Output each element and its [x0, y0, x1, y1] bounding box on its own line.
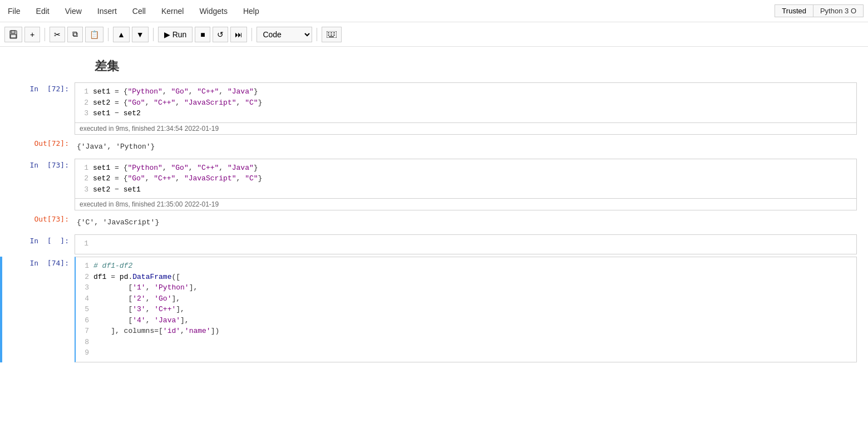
svg-rect-4	[328, 32, 329, 33]
cell-73-executed: executed in 8ms, finished 21:35:00 2022-…	[75, 198, 856, 210]
save-button[interactable]	[4, 27, 22, 42]
code-line: 7 ], columns=['id','name'])	[78, 326, 854, 337]
paste-button[interactable]: 📋	[85, 27, 103, 42]
cell-73-in-label: In [73]:	[2, 159, 75, 211]
cell-74-content[interactable]: 1 # df1-df2 2 df1 = pd.DataFrame([ 3 ['1…	[75, 257, 857, 362]
svg-rect-5	[331, 32, 332, 33]
cell-72-in-label: In [72]:	[2, 82, 75, 135]
separator-1	[45, 28, 45, 41]
topbar-right: Trusted Python 3 O	[775, 4, 864, 17]
svg-rect-6	[333, 32, 335, 33]
restart-run-button[interactable]: ⏭	[230, 27, 247, 42]
cell-72-code[interactable]: 1 set1 = {"Python", "Go", "C++", "Java"}…	[75, 83, 856, 122]
svg-rect-1	[11, 31, 15, 33]
kernel-status: Python 3 O	[813, 4, 864, 17]
cell-73-output: Out[73]: {'C', 'JavaScript'}	[0, 213, 868, 232]
save-icon	[9, 30, 18, 39]
cell-72-input: In [72]: 1 set1 = {"Python", "Go", "C++"…	[0, 82, 868, 135]
cell-72-content[interactable]: 1 set1 = {"Python", "Go", "C++", "Java"}…	[75, 82, 857, 135]
cell-74-input: In [74]: 1 # df1-df2 2 df1 = pd.DataFram…	[0, 257, 868, 362]
menu-widgets[interactable]: Widgets	[196, 6, 231, 17]
cell-73-out-label: Out[73]:	[2, 213, 75, 232]
menu-help[interactable]: Help	[240, 6, 263, 17]
code-line: 1 set1 = {"Python", "Go", "C++", "Java"}	[77, 163, 854, 174]
stop-button[interactable]: ■	[195, 27, 210, 42]
svg-rect-10	[329, 36, 334, 37]
notebook: 差集 In [72]: 1 set1 = {"Python", "Go", "C…	[0, 47, 868, 437]
trusted-button[interactable]: Trusted	[775, 4, 813, 17]
cell-72-out-text: {'Java', 'Python'}	[75, 139, 157, 154]
svg-rect-8	[331, 35, 332, 36]
separator-3	[153, 28, 154, 41]
code-line: 3 set1 − set2	[77, 108, 854, 119]
cell-73-out-text: {'C', 'JavaScript'}	[75, 215, 161, 230]
keyboard-button[interactable]	[322, 27, 342, 42]
menu-edit[interactable]: Edit	[33, 6, 53, 17]
restart-button[interactable]: ↺	[213, 27, 228, 42]
toolbar: + ✂ ⧉ 📋 ▲ ▼ ▶ Run ■ ↺ ⏭ Code Markdown Ra…	[0, 22, 868, 47]
cell-empty-in-label: In [ ]:	[2, 234, 75, 254]
cell-72-executed: executed in 9ms, finished 21:34:54 2022-…	[75, 122, 856, 134]
cell-73-content[interactable]: 1 set1 = {"Python", "Go", "C++", "Java"}…	[75, 159, 857, 211]
separator-5	[317, 28, 317, 41]
menu-cell[interactable]: Cell	[129, 6, 149, 17]
code-line: 1 # df1-df2	[78, 261, 854, 272]
code-line: 3 ['1', 'Python'],	[78, 282, 854, 293]
separator-2	[108, 28, 108, 41]
menu-file[interactable]: File	[4, 6, 24, 17]
menubar: File Edit View Insert Cell Kernel Widget…	[0, 0, 868, 22]
cut-button[interactable]: ✂	[50, 27, 65, 42]
cell-empty-input: In [ ]: 1	[0, 234, 868, 254]
code-line: 2 df1 = pd.DataFrame([	[78, 272, 854, 283]
cell-74-in-label: In [74]:	[2, 257, 75, 362]
code-line: 5 ['3', 'C++'],	[78, 304, 854, 315]
menu-kernel[interactable]: Kernel	[158, 6, 187, 17]
code-line: 4 ['2', 'Go'],	[78, 293, 854, 305]
copy-button[interactable]: ⧉	[67, 27, 83, 42]
run-button[interactable]: ▶ Run	[158, 27, 193, 42]
cell-type-select[interactable]: Code Markdown Raw	[257, 27, 312, 42]
code-line: 1	[77, 238, 854, 249]
menu-view[interactable]: View	[62, 6, 85, 17]
svg-rect-7	[328, 35, 329, 36]
code-line: 2 set2 = {"Go", "C++", "JavaScript", "C"…	[77, 173, 854, 184]
section-heading: 差集	[0, 52, 868, 80]
cell-74-code[interactable]: 1 # df1-df2 2 df1 = pd.DataFrame([ 3 ['1…	[76, 257, 856, 362]
run-icon: ▶	[164, 30, 170, 39]
menu-insert[interactable]: Insert	[94, 6, 120, 17]
svg-rect-9	[333, 35, 335, 36]
svg-rect-2	[11, 35, 16, 38]
cell-73-out-content: {'C', 'JavaScript'}	[75, 213, 161, 232]
cell-empty-code[interactable]: 1	[75, 235, 856, 253]
code-line: 6 ['4', 'Java'],	[78, 315, 854, 326]
cell-73-code[interactable]: 1 set1 = {"Python", "Go", "C++", "Java"}…	[75, 159, 856, 199]
code-line: 9	[78, 347, 854, 359]
cell-72-output: Out[72]: {'Java', 'Python'}	[0, 137, 868, 156]
move-up-button[interactable]: ▲	[113, 27, 130, 42]
code-line: 8	[78, 337, 854, 348]
keyboard-icon	[327, 31, 337, 38]
cell-73-input: In [73]: 1 set1 = {"Python", "Go", "C++"…	[0, 159, 868, 211]
code-line: 1 set1 = {"Python", "Go", "C++", "Java"}	[77, 86, 854, 97]
code-line: 2 set2 = {"Go", "C++", "JavaScript", "C"…	[77, 97, 854, 109]
move-down-button[interactable]: ▼	[132, 27, 149, 42]
cell-72-out-label: Out[72]:	[2, 137, 75, 156]
cell-72-out-content: {'Java', 'Python'}	[75, 137, 157, 156]
cell-empty-content[interactable]: 1	[75, 234, 857, 254]
run-label: Run	[172, 30, 187, 39]
code-line: 3 set2 − set1	[77, 184, 854, 195]
add-cell-button[interactable]: +	[24, 27, 40, 42]
separator-4	[251, 28, 252, 41]
